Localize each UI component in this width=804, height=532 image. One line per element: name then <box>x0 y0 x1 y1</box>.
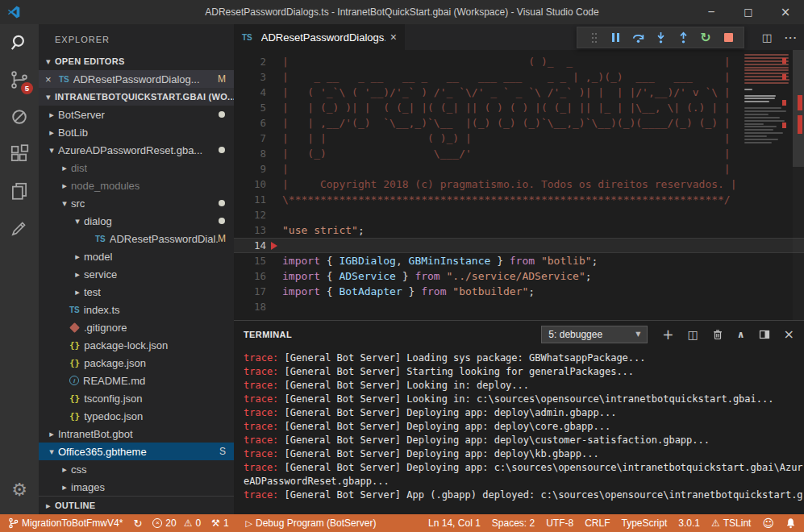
pause-icon[interactable] <box>604 27 627 48</box>
chevron-right-icon: ▸ <box>42 501 55 511</box>
code-line-3[interactable]: 3| _ __ _ __ __ _ __ ___ ___ _ _ | ,_)(_… <box>234 69 804 85</box>
tree-item-gitignore[interactable]: .gitignore <box>39 318 234 336</box>
feedback-smiley-icon[interactable]: ☺ <box>762 517 774 530</box>
terminal-line: eADPasswordReset.gbapp... <box>244 475 804 488</box>
tree-item-botlib[interactable]: ▸BotLib <box>39 123 234 141</box>
search-icon[interactable] <box>0 24 39 61</box>
maximize-panel-icon[interactable]: ∧ <box>737 329 745 340</box>
tslint-indicator[interactable]: ⚠ TSLint <box>711 517 751 529</box>
editor-scrollbar[interactable] <box>793 50 804 320</box>
code-line-11[interactable]: 11\*************************************… <box>234 192 804 207</box>
terminal-tab[interactable]: TERMINAL <box>244 330 292 339</box>
tree-item-images[interactable]: ▸images <box>39 478 234 496</box>
workspace-section-header[interactable]: ▾ INTRANETBOTQUICKSTART.GBAI (WO... <box>39 88 234 106</box>
close-icon[interactable]: × <box>390 31 397 44</box>
edit-icon[interactable] <box>0 210 39 247</box>
code-line-2[interactable]: 2| ( )_ _ | <box>234 54 804 69</box>
debug-target[interactable]: ▷ Debug Program (BotServer) <box>246 517 377 529</box>
terminal-output[interactable]: trace: [General Bot Server] Loading sys … <box>234 347 804 502</box>
code-text: | | (_) )| | ( (_| |( (_| || ( ) ( ) |( … <box>282 100 731 115</box>
code-line-9[interactable]: 9| | <box>234 161 804 177</box>
tree-item-tsconfig-json[interactable]: {}tsconfig.json <box>39 389 234 407</box>
tree-item-readme-md[interactable]: iREADME.md <box>39 372 234 389</box>
problems-indicator[interactable]: × 20 ⚠ 0 <box>152 517 201 529</box>
stop-icon[interactable] <box>717 27 739 48</box>
code-line-7[interactable]: 7| | | ( )_) | | <box>234 131 804 146</box>
tree-item-model[interactable]: ▸model <box>39 247 234 265</box>
step-into-icon[interactable] <box>649 27 672 48</box>
tree-item-adresetpassworddial[interactable]: TSADResetPasswordDial...M <box>39 230 234 247</box>
kill-terminal-icon[interactable] <box>712 329 723 340</box>
tree-item-index-ts[interactable]: TSindex.ts <box>39 301 234 318</box>
restart-icon[interactable]: ↻ <box>694 27 717 48</box>
modified-badge: M <box>218 73 226 85</box>
code-line-13[interactable]: 13"use strict"; <box>234 222 804 238</box>
extensions-icon[interactable] <box>0 135 39 172</box>
outline-section-header[interactable]: ▸ OUTLINE <box>39 496 234 514</box>
minimize-button[interactable]: ─ <box>693 0 730 24</box>
tree-item-office365-gbtheme[interactable]: ▾Office365.gbthemeS <box>39 443 234 460</box>
tree-item-src[interactable]: ▾src <box>39 194 234 212</box>
split-terminal-icon[interactable]: ◫ <box>688 328 698 341</box>
tree-item-dialog[interactable]: ▾dialog <box>39 212 234 230</box>
code-line-5[interactable]: 5| | (_) )| | ( (_| |( (_| || ( ) ( ) |(… <box>234 100 804 115</box>
tree-item-azureadpasswordreset-gba[interactable]: ▾AzureADPasswordReset.gba... <box>39 141 234 159</box>
open-editors-header[interactable]: ▾ OPEN EDITORS <box>39 52 234 70</box>
code-line-15[interactable]: 15import { IGBDialog, GBMinInstance } fr… <box>234 253 804 268</box>
line-number: 16 <box>234 268 266 284</box>
code-line-12[interactable]: 12 <box>234 207 804 222</box>
code-line-17[interactable]: 17import { BotAdapter } from "botbuilder… <box>234 284 804 299</box>
tab-adresetpassworddialogs[interactable]: TS ADResetPasswordDialogs.ts × <box>234 24 405 50</box>
tree-item-node-modules[interactable]: ▸node_modules <box>39 177 234 194</box>
line-number: 3 <box>234 69 266 85</box>
notifications-bell-icon[interactable] <box>785 517 796 529</box>
step-out-icon[interactable] <box>672 27 694 48</box>
tree-item-intranetbot-gbot[interactable]: ▸IntranetBot.gbot <box>39 425 234 443</box>
code-line-10[interactable]: 10| Copyright 2018 (c) pragmatismo.io. T… <box>234 177 804 192</box>
tasks-indicator[interactable]: ⚒ 1 <box>211 517 228 529</box>
debug-icon[interactable] <box>0 98 39 135</box>
split-editor-icon[interactable]: ◫ <box>762 31 772 44</box>
close-icon[interactable]: × <box>45 73 59 85</box>
step-over-icon[interactable] <box>627 27 649 48</box>
indentation-indicator[interactable]: Spaces: 2 <box>492 517 535 529</box>
code-line-18[interactable]: 18 <box>234 299 804 314</box>
drag-handle-icon[interactable] <box>581 27 604 48</box>
typescript-file-icon: TS <box>69 305 80 314</box>
code-text: import { BotAdapter } from "botbuilder"; <box>282 284 535 299</box>
more-actions-icon[interactable]: ··· <box>785 31 798 44</box>
version-indicator[interactable]: 3.0.1 <box>678 517 700 529</box>
code-line-6[interactable]: 6| | ,__/'(_) `\__,_)`\__ |(_) (_) (_)`\… <box>234 115 804 131</box>
open-editor-item[interactable]: × TS ADResetPasswordDialog... M <box>39 70 234 88</box>
terminal-selector[interactable]: 5: debuggee ▼ <box>541 326 648 343</box>
tree-item-css[interactable]: ▸css <box>39 460 234 478</box>
close-button[interactable]: × <box>767 0 804 24</box>
tree-item-botserver[interactable]: ▸BotServer <box>39 106 234 123</box>
code-line-16[interactable]: 16import { ADService } from "../service/… <box>234 268 804 284</box>
code-line-4[interactable]: 4| ( '_`\ ( '__)/'_` ) /'_ `\/' _ ` _ `\… <box>234 85 804 100</box>
tree-item-typedoc-json[interactable]: {}typedoc.json <box>39 407 234 425</box>
code-editor[interactable]: 2| ( )_ _ |3| _ __ _ __ __ _ __ ___ ___ … <box>234 50 804 320</box>
documents-icon[interactable] <box>0 172 39 210</box>
code-line-14[interactable]: 14 <box>234 238 804 253</box>
git-branch-indicator[interactable]: MigrationToBotFmwV4* <box>8 517 123 529</box>
tree-item-service[interactable]: ▸service <box>39 265 234 283</box>
language-indicator[interactable]: TypeScript <box>622 517 668 529</box>
tasks-count: 1 <box>223 517 229 529</box>
panel-position-icon[interactable] <box>759 329 770 340</box>
new-terminal-icon[interactable]: + <box>662 326 673 343</box>
encoding-indicator[interactable]: UTF-8 <box>546 517 573 529</box>
tree-item-package-lock-json[interactable]: {}package-lock.json <box>39 336 234 354</box>
tree-item-package-json[interactable]: {}package.json <box>39 354 234 372</box>
chevron-down-icon: ▾ <box>42 56 55 67</box>
settings-gear-icon[interactable]: ⚙ <box>0 471 39 508</box>
source-control-icon[interactable]: 5 <box>0 61 39 98</box>
close-panel-icon[interactable]: × <box>784 326 794 342</box>
tree-item-test[interactable]: ▸test <box>39 283 234 301</box>
code-line-8[interactable]: 8| (_) \___/' | <box>234 146 804 161</box>
maximize-button[interactable]: □ <box>730 0 767 24</box>
cursor-position[interactable]: Ln 14, Col 1 <box>428 517 481 529</box>
sync-button[interactable]: ↻ <box>133 517 142 530</box>
eol-indicator[interactable]: CRLF <box>585 517 610 529</box>
tree-item-dist[interactable]: ▸dist <box>39 159 234 177</box>
